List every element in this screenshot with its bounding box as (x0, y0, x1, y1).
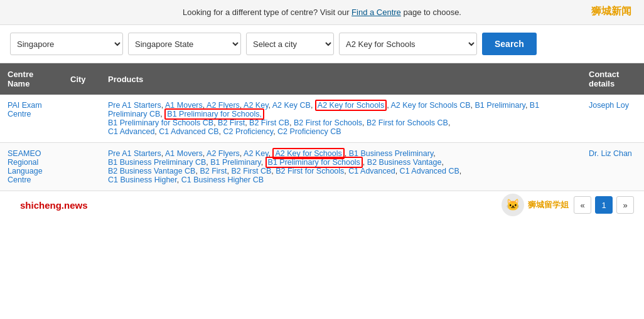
col-header-centre-name: Centre Name (0, 63, 63, 95)
product-link[interactable]: Pre A1 Starters (108, 101, 161, 110)
contact-link[interactable]: Dr. Liz Chan (589, 149, 632, 158)
watermark-right-text: 狮城留学姐 (528, 199, 569, 211)
product-link[interactable]: B2 Business Vantage (367, 158, 442, 167)
centre-name-link[interactable]: SEAMEO Regional Language Centre (8, 149, 43, 184)
product-link[interactable]: B2 First (200, 167, 227, 175)
pagination-page-1[interactable]: 1 (595, 196, 613, 214)
product-link[interactable]: B2 First for Schools (276, 167, 344, 175)
product-link[interactable]: B2 First for Schools (294, 118, 362, 127)
product-link[interactable]: A2 Key (244, 149, 268, 158)
pagination-prev[interactable]: « (574, 196, 591, 214)
product-link-highlighted[interactable]: A2 Key for Schools (318, 101, 384, 110)
product-text-plain: Pre A1 Starters, A1 Movers, A2 Flyers, A… (108, 100, 539, 136)
col-header-contact: Contact details (581, 63, 644, 95)
products-cell: Pre A1 Starters, A1 Movers, A2 Flyers, A… (100, 143, 581, 191)
product-link[interactable]: C1 Business Higher (108, 175, 177, 184)
product-link[interactable]: C1 Advanced (348, 167, 395, 175)
banner-text-after: page to choose. (401, 8, 461, 17)
product-link[interactable]: A1 Movers (165, 149, 203, 158)
centre-name-cell: SEAMEO Regional Language Centre (0, 143, 63, 191)
product-link[interactable]: B2 First for Schools CB (367, 118, 448, 127)
product-link[interactable]: A2 Flyers (207, 149, 240, 158)
centre-name-cell: PAI Exam Centre (0, 95, 63, 143)
footer-right: 🐱 狮城留学姐 « 1 » (502, 194, 634, 216)
watermark-top-right: 狮城新闻 (591, 5, 631, 18)
product-link[interactable]: B2 First CB (231, 167, 271, 175)
product-link-highlighted[interactable]: B1 Preliminary for Schools, (167, 110, 262, 118)
table-row: SEAMEO Regional Language Centre Pre A1 S… (0, 143, 644, 191)
find-a-centre-link[interactable]: Find a Centre (352, 8, 401, 17)
product-link[interactable]: C2 Proficiency (223, 127, 273, 136)
city-cell (63, 95, 100, 143)
footer-row: shicheng.news 🐱 狮城留学姐 « 1 » (0, 191, 644, 221)
contact-link[interactable]: Joseph Loy (589, 101, 629, 110)
product-link[interactable]: C1 Advanced CB (159, 127, 218, 136)
state-select[interactable]: Singapore State (128, 33, 241, 55)
product-link[interactable]: B1 Business Preliminary CB (108, 158, 206, 167)
product-link[interactable]: B2 Business Vantage CB (108, 167, 195, 175)
avatar-icon: 🐱 (502, 194, 524, 216)
table-header-row: Centre Name City Products Contact detail… (0, 63, 644, 95)
product-link[interactable]: B1 Preliminary (475, 101, 525, 110)
products-cell: Pre A1 Starters, A1 Movers, A2 Flyers, A… (100, 95, 581, 143)
product-text-plain: Pre A1 Starters, A1 Movers, A2 Flyers, A… (108, 148, 461, 184)
banner-text: Looking for a different type of centre? … (183, 8, 352, 17)
product-link[interactable]: A2 Key CB (272, 101, 311, 110)
product-link-highlighted[interactable]: B1 Preliminary for Schools (268, 158, 360, 167)
product-link[interactable]: B2 First CB (249, 118, 289, 127)
city-cell (63, 143, 100, 191)
highlight-box-1: A2 Key for Schools (315, 100, 387, 111)
table-row: PAI Exam Centre Pre A1 Starters, A1 Move… (0, 95, 644, 143)
col-header-city: City (63, 63, 100, 95)
city-select[interactable]: Select a city (246, 33, 334, 55)
product-link[interactable]: A2 Key for Schools CB (390, 101, 470, 110)
product-link[interactable]: C1 Advanced CB (400, 167, 459, 175)
product-link[interactable]: B2 First (218, 118, 245, 127)
product-link[interactable]: C1 Business Higher CB (181, 175, 264, 184)
pagination: « 1 » (574, 196, 634, 214)
watermark-bottom-left: shicheng.news (10, 195, 98, 216)
avatar-section: 🐱 狮城留学姐 (502, 194, 569, 216)
country-select[interactable]: Singapore (10, 33, 123, 55)
pagination-next[interactable]: » (616, 196, 634, 214)
results-table: Centre Name City Products Contact detail… (0, 63, 644, 191)
centre-name-link[interactable]: PAI Exam Centre (8, 101, 42, 118)
product-link[interactable]: B1 Preliminary (210, 158, 260, 167)
product-link[interactable]: C1 Advanced (108, 127, 154, 136)
contact-cell: Joseph Loy (581, 95, 644, 143)
product-link[interactable]: B1 Preliminary for Schools CB (108, 118, 213, 127)
top-banner: Looking for a different type of centre? … (0, 0, 644, 25)
search-bar: Singapore Singapore State Select a city … (0, 25, 644, 63)
product-link[interactable]: C2 Proficiency CB (277, 127, 341, 136)
product-select[interactable]: A2 Key for Schools (339, 33, 477, 55)
product-link[interactable]: Pre A1 Starters (108, 149, 161, 158)
search-button[interactable]: Search (482, 33, 537, 55)
col-header-products: Products (100, 63, 581, 95)
contact-cell: Dr. Liz Chan (581, 143, 644, 191)
